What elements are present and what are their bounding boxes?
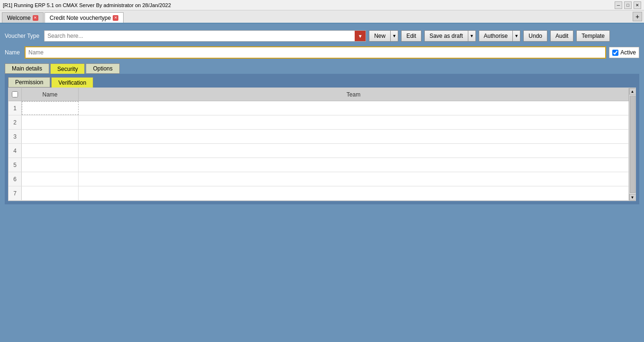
table-row[interactable]: 4 [9,144,629,158]
save-as-draft-button-group: Save as draft ▼ [424,30,476,42]
table-row[interactable]: 5 [9,158,629,172]
content-panel: Permission Verification Name Team [5,74,639,204]
active-checkbox-container: Active [609,47,639,58]
cell-name-4[interactable] [22,144,79,158]
tab-permission-label: Permission [15,79,43,86]
title-text: [R1] Running ERP 5.1 on CMAX Server By a… [3,2,171,8]
row-num-2: 2 [9,115,22,129]
search-container [44,30,366,42]
tab-welcome[interactable]: Welcome ✕ [2,12,44,23]
table-row[interactable]: 7 [9,186,629,201]
table-row[interactable]: 3 [9,130,629,144]
cell-name-2[interactable] [22,115,79,129]
save-as-draft-button[interactable]: Save as draft [424,30,468,42]
name-label: Name [5,49,20,56]
table-row[interactable]: 6 [9,172,629,186]
grid-select-all-checkbox[interactable] [12,91,18,97]
active-label: Active [620,49,636,56]
tab-permission[interactable]: Permission [8,77,50,88]
tab-security-label: Security [57,66,78,72]
tab-main-details[interactable]: Main details [5,63,49,74]
audit-button[interactable]: Audit [550,30,573,42]
scrollbar-thumb[interactable] [630,96,635,193]
tab-bar: Welcome ✕ Credit Note vouchertype ✕ + [0,10,644,24]
main-content: Voucher Type New ▼ Edit Save as draft ▼ … [0,24,644,208]
new-button[interactable]: New [369,30,391,42]
cell-team-5[interactable] [79,158,629,172]
template-button[interactable]: Template [576,30,610,42]
cell-team-1[interactable] [79,101,629,115]
tab-options[interactable]: Options [86,63,119,74]
grid-scroll: Name Team 1 2 [9,88,635,201]
voucher-type-label: Voucher Type [5,33,39,39]
search-input[interactable] [45,31,355,41]
tab-welcome-label: Welcome [7,15,31,21]
tab-creditnote-label: Credit Note vouchertype [50,15,111,21]
maximize-button[interactable]: □ [624,1,632,9]
grid-header-team: Team [79,88,629,101]
tab-main-details-label: Main details [12,65,42,72]
tab-security[interactable]: Security [50,63,85,74]
row-num-5: 5 [9,158,22,172]
grid-header: Name Team [9,88,629,101]
row-num-7: 7 [9,186,22,200]
tab-add-button[interactable]: + [633,12,642,21]
tab-options-label: Options [93,65,112,72]
cell-team-6[interactable] [79,172,629,186]
search-dropdown-arrow[interactable] [355,31,366,41]
row-num-4: 4 [9,144,22,158]
new-dropdown-arrow[interactable]: ▼ [391,30,398,42]
authorise-dropdown-arrow[interactable]: ▼ [513,30,520,42]
minimize-button[interactable]: ─ [615,1,622,9]
row-num-1: 1 [9,101,22,115]
toolbar-row: Voucher Type New ▼ Edit Save as draft ▼ … [0,27,644,44]
grid-header-check [9,88,22,101]
title-bar: [R1] Running ERP 5.1 on CMAX Server By a… [0,0,644,10]
authorise-button-group: Authorise ▼ [479,30,521,42]
active-checkbox[interactable] [612,50,618,56]
cell-name-3[interactable] [22,130,79,143]
cell-name-6[interactable] [22,172,79,186]
name-row: Name Active [0,44,644,61]
scrollbar-down-button[interactable]: ▼ [629,194,636,201]
table-row[interactable]: 1 [9,101,629,115]
grid-header-name: Name [22,88,79,101]
save-as-draft-dropdown-arrow[interactable]: ▼ [468,30,476,42]
window-controls: ─ □ ✕ [615,1,641,9]
cell-team-3[interactable] [79,130,629,143]
tab-verification[interactable]: Verification [51,77,93,88]
cell-name-1[interactable] [22,101,79,115]
close-button[interactable]: ✕ [634,1,641,9]
cell-team-2[interactable] [79,115,629,129]
cell-name-7[interactable] [22,186,79,200]
new-button-group: New ▼ [369,30,398,42]
grid-scrollbar[interactable]: ▲ ▼ [629,88,635,201]
undo-button[interactable]: Undo [523,30,547,42]
scrollbar-up-button[interactable]: ▲ [629,88,636,95]
row-num-6: 6 [9,172,22,186]
cell-team-7[interactable] [79,186,629,200]
cell-team-4[interactable] [79,144,629,158]
sub-tabs: Main details Security Options [0,61,644,74]
tab-creditnote-close[interactable]: ✕ [113,15,118,21]
table-row[interactable]: 2 [9,115,629,130]
grid-body: 1 2 3 [9,101,629,201]
name-input[interactable] [25,46,606,59]
grid-scroll-content: Name Team 1 2 [9,88,629,201]
cell-name-5[interactable] [22,158,79,172]
tab-verification-label: Verification [58,79,86,86]
authorise-button[interactable]: Authorise [479,30,513,42]
tab-creditnote[interactable]: Credit Note vouchertype ✕ [45,12,124,23]
row-num-3: 3 [9,130,22,143]
grid-container: Name Team 1 2 [8,88,636,201]
edit-button[interactable]: Edit [401,30,421,42]
tab-welcome-close[interactable]: ✕ [33,15,38,21]
inner-tabs: Permission Verification [5,74,639,88]
